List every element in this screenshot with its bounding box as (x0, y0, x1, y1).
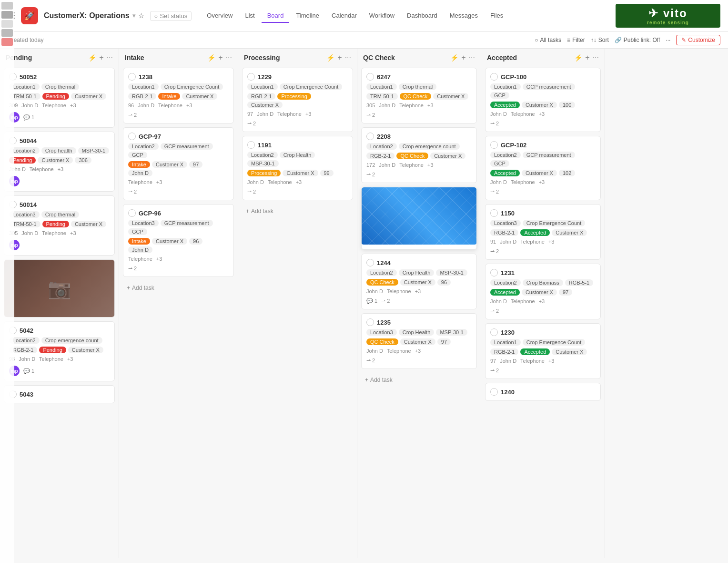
processing-add-task[interactable]: + Add task (242, 206, 353, 216)
tag-rgb: RGB-2-1 (490, 348, 518, 355)
card-1244[interactable]: 1244 Location2 Crop Health MSP-30-1 QC C… (361, 254, 477, 309)
tag-rgb: RGB-2-1 (128, 93, 156, 100)
card-1231[interactable]: 1231 Location2 Crop Biomass RGB-5-1 Acce… (485, 264, 601, 319)
card-2208-check[interactable] (366, 133, 374, 140)
card-1240-check[interactable] (490, 388, 498, 396)
pending-bolt-icon[interactable]: ⚡ (88, 54, 96, 61)
card-gcp100[interactable]: GCP-100 Location1 GCP measurement GCP Ac… (485, 68, 601, 132)
intake-add-icon[interactable]: + (218, 53, 222, 62)
public-link-button[interactable]: 🔗 Public link: Off (615, 37, 660, 43)
pending-more-icon[interactable]: ··· (107, 53, 113, 62)
sub-bar-actions: ○ All tasks ≡ Filter ↑↓ Sort 🔗 Public li… (535, 35, 720, 45)
card-gcp100-tags: Location1 GCP measurement GCP (490, 83, 596, 99)
card-2208[interactable]: 2208 Location2 Crop emergence count RGB-… (361, 127, 477, 183)
pending-add-icon[interactable]: + (99, 53, 103, 62)
card-1230[interactable]: 1230 Location1 Crop Emergence Count RGB-… (485, 323, 601, 379)
processing-more-icon[interactable]: ··· (345, 53, 351, 62)
accepted-add-icon[interactable]: + (585, 53, 589, 62)
tag-rgb: RGB-2-1 (490, 229, 518, 236)
card-1235-check[interactable] (366, 318, 374, 326)
intake-more-icon[interactable]: ··· (226, 53, 232, 62)
card-gcp96[interactable]: GCP-96 Location3 GCP measurement GCP Int… (123, 204, 234, 277)
card-gcp97-check[interactable] (128, 133, 136, 140)
qc-add-icon[interactable]: + (461, 53, 465, 62)
card-5043[interactable]: 5043 (4, 385, 115, 403)
tag-customer-x: Customer X (400, 279, 435, 286)
column-accepted-title: Accepted (487, 54, 571, 61)
card-gcp96-check[interactable] (128, 209, 136, 217)
card-1150-footer: 91 John D Telephone +3 (490, 239, 596, 245)
add-task-label: Add task (251, 208, 273, 215)
card-2208-status: RGB-2-1 QC Check Customer X (366, 153, 472, 159)
customize-button[interactable]: ✎ Customize (676, 35, 720, 45)
qc-add-task[interactable]: + Add task (361, 375, 477, 385)
tab-timeline[interactable]: Timeline (290, 9, 325, 23)
sort-button[interactable]: ↑↓ Sort (591, 37, 609, 43)
column-qc-title: QC Check (363, 54, 447, 61)
tag-location1: Location1 (490, 83, 521, 90)
qc-bolt-icon[interactable]: ⚡ (450, 54, 458, 61)
qc-cards: 6247 Location1 Crop thermal TRM-50-1 QC … (357, 66, 481, 558)
more-options-button[interactable]: ··· (666, 37, 670, 43)
card-50052[interactable]: 50052 Location1 Crop thermal TRM-50-1 Pe… (4, 68, 115, 128)
tab-calendar[interactable]: Calendar (326, 9, 363, 23)
tag-rgb: RGB-2-1 (247, 93, 275, 100)
tab-dashboard[interactable]: Dashboard (401, 9, 443, 23)
all-tasks-button[interactable]: ○ All tasks (535, 37, 561, 43)
tab-workflow[interactable]: Workflow (364, 9, 400, 23)
filter-button[interactable]: ≡ Filter (567, 37, 585, 43)
card-6247[interactable]: 6247 Location1 Crop thermal TRM-50-1 QC … (361, 68, 477, 123)
card-1229-status: RGB-2-1 Processing Customer X (247, 93, 348, 108)
card-1230-check[interactable] (490, 328, 498, 336)
processing-bolt-icon[interactable]: ⚡ (326, 54, 334, 61)
tab-files[interactable]: Files (485, 9, 509, 23)
tag-crop-emergence: Crop Emergence Count (280, 83, 343, 90)
tag-customer-x: Customer X (400, 338, 435, 345)
card-1229-check[interactable] (247, 73, 255, 81)
card-gcp100-check[interactable] (490, 73, 498, 81)
tag-102: 102 (559, 170, 575, 176)
card-gcp102-check[interactable] (490, 141, 498, 149)
intake-bolt-icon[interactable]: ⚡ (207, 54, 215, 61)
card-1244-check[interactable] (366, 259, 374, 266)
tag-crop-emergence: Crop Emergence Count (161, 83, 223, 90)
card-1238-check[interactable] (128, 73, 136, 81)
tag-crop-biomass: Crop Biomass (523, 279, 563, 286)
intake-add-task[interactable]: + Add task (123, 283, 234, 293)
star-icon[interactable]: ☆ (138, 12, 144, 20)
card-1150-check[interactable] (490, 209, 498, 217)
tab-overview[interactable]: Overview (201, 9, 238, 23)
qc-more-icon[interactable]: ··· (469, 53, 475, 62)
app-title: CustomerX: Operations ▾ ☆ (44, 11, 144, 20)
accepted-more-icon[interactable]: ··· (593, 53, 599, 62)
card-1191-check[interactable] (247, 141, 255, 149)
card-gcp102[interactable]: GCP-102 Location2 GCP measurement GCP Ac… (485, 136, 601, 200)
card-50014-status-tags: TRM-50-1 Pending Customer X (9, 221, 110, 227)
card-1231-check[interactable] (490, 269, 498, 276)
column-accepted: Accepted ⚡ + ··· GCP-100 Location1 GCP m… (481, 49, 605, 558)
card-6247-check[interactable] (366, 73, 374, 81)
card-50014[interactable]: 50014 Location3 Crop thermal TRM-50-1 Pe… (4, 195, 115, 256)
tab-list[interactable]: List (239, 9, 260, 23)
card-map-image[interactable] (361, 187, 477, 250)
card-image-dirt[interactable]: 📷 (4, 259, 115, 317)
tag-location1: Location1 (490, 339, 521, 346)
title-dropdown-icon[interactable]: ▾ (132, 12, 135, 19)
card-1240[interactable]: 1240 (485, 383, 601, 401)
card-1191[interactable]: 1191 Location2 Crop Health MSP-30-1 Proc… (242, 136, 353, 200)
card-50044[interactable]: 50044 Location2 Crop health MSP-30-1 Pen… (4, 132, 115, 192)
card-1191-footer: John D Telephone +3 (247, 179, 348, 185)
tag-location2: Location2 (490, 152, 521, 158)
tab-messages[interactable]: Messages (444, 9, 484, 23)
card-5042[interactable]: 5042 Location2 Crop emergence count RGB-… (4, 321, 115, 381)
status-button[interactable]: ○ Set status (150, 11, 192, 21)
processing-add-icon[interactable]: + (337, 53, 342, 62)
card-1238[interactable]: 1238 Location1 Crop Emergence Count RGB-… (123, 68, 234, 123)
card-1229[interactable]: 1229 Location1 Crop Emergence Count RGB-… (242, 68, 353, 132)
accepted-bolt-icon[interactable]: ⚡ (574, 54, 582, 61)
card-1235[interactable]: 1235 Location3 Crop Health MSP-30-1 QC C… (361, 313, 477, 369)
card-1229-meta: ⇀ 2 (247, 121, 348, 127)
tab-board[interactable]: Board (262, 9, 290, 23)
card-1150[interactable]: 1150 Location3 Crop Emergence Count RGB-… (485, 204, 601, 260)
card-gcp97[interactable]: GCP-97 Location2 GCP measurement GCP Int… (123, 127, 234, 200)
